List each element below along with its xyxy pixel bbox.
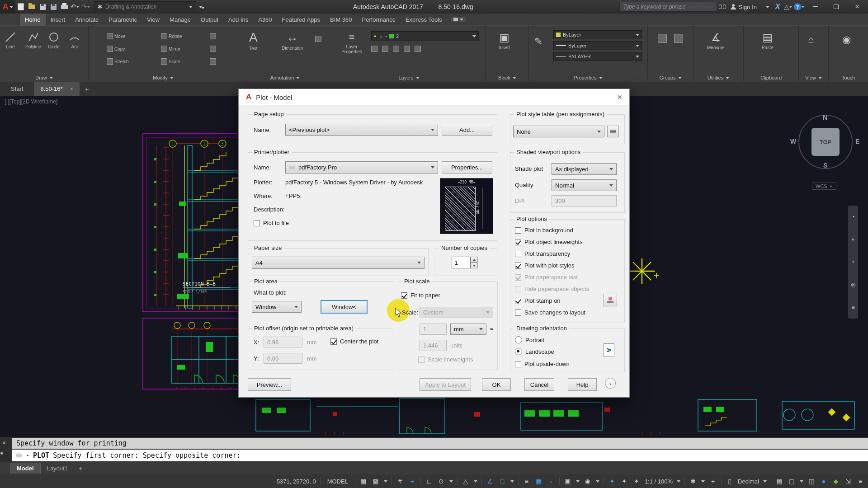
center-plot-checkbox[interactable] [330, 338, 337, 345]
offset-x-field[interactable]: 0.96 [264, 337, 302, 347]
command-close-icon[interactable]: × [2, 439, 6, 446]
layer-freeze-tool[interactable] [393, 46, 399, 52]
save-as-button[interactable] [48, 2, 59, 12]
dpi-field[interactable]: 300 [552, 195, 617, 206]
search-input[interactable]: Type a keyword or phrase [619, 2, 717, 12]
dynamic-ucs-icon[interactable]: ◉ [584, 478, 592, 485]
otrack-icon[interactable]: ∠ [486, 478, 494, 485]
new-drawing-tab-button[interactable]: + [80, 85, 94, 93]
panel-draw-label[interactable]: Draw [0, 75, 88, 80]
isolate-objects-icon[interactable]: ◫ [807, 478, 816, 485]
file-tab-drawing[interactable]: 8.50-16* × [34, 82, 79, 96]
monitor-caret-icon[interactable] [800, 480, 803, 483]
application-menu-button[interactable]: A [0, 0, 15, 14]
orbit-icon[interactable]: ◎ [851, 282, 855, 288]
fewer-options-button[interactable]: ‹ [605, 378, 616, 389]
copies-spinner[interactable]: 1 [452, 257, 478, 268]
osnap-caret-icon[interactable] [510, 480, 514, 483]
grid-display-icon[interactable]: ▩ [372, 478, 380, 485]
isodraft-icon[interactable]: △ [462, 478, 470, 485]
help-button-dialog[interactable]: Help [568, 378, 597, 391]
text-tool[interactable]: AText [249, 30, 258, 51]
insert-block-tool[interactable]: ▣Insert [499, 31, 510, 50]
dimension-tool[interactable]: ↔Dimension [282, 30, 303, 51]
ungroup-tool[interactable] [674, 34, 683, 43]
copy-tool[interactable]: Copy [107, 46, 125, 52]
open-file-button[interactable] [26, 2, 37, 12]
app-store-button[interactable]: X [772, 2, 783, 12]
grid-caret-icon[interactable] [384, 480, 387, 483]
isodraft-caret-icon[interactable] [474, 480, 477, 483]
quick-calc-icon[interactable]: ▤ [775, 478, 783, 485]
plot-paperspace-last-checkbox[interactable] [515, 274, 521, 281]
grid-icon[interactable]: ▦ [359, 478, 368, 485]
scale-tool[interactable]: Scale [161, 58, 180, 65]
ortho-icon[interactable]: ∟ [425, 478, 433, 485]
sign-in-menu[interactable]: Sign In [728, 4, 772, 10]
measure-tool[interactable]: ∡Measure [707, 31, 725, 50]
save-changes-checkbox[interactable] [515, 310, 521, 316]
tab-manage[interactable]: Manage [165, 14, 196, 26]
plot-with-plot-styles-checkbox[interactable] [515, 263, 521, 269]
annotation-visibility-icon[interactable]: ✦ [608, 478, 616, 485]
panel-layers-label[interactable]: Layers [332, 75, 486, 80]
transparency-icon[interactable]: ▦ [535, 478, 543, 485]
redo-button[interactable]: ↷ [80, 2, 91, 12]
panel-view-label[interactable]: View [799, 75, 828, 80]
array-tool[interactable] [210, 58, 216, 65]
page-setup-name-combo[interactable]: <Previous plot> [285, 124, 438, 136]
shade-plot-combo[interactable]: As displayed [552, 163, 617, 175]
viewcube-top-face[interactable]: TOP [811, 128, 840, 156]
annotation-scale-icon[interactable]: ✦ [632, 478, 641, 485]
command-input-line[interactable]: PLOT Specify first corner: Specify oppos… [12, 450, 868, 461]
panel-utilities-label[interactable]: Utilities [693, 75, 743, 80]
arc-tool[interactable]: Arc [69, 31, 80, 49]
units-icon[interactable]: ▯ [726, 478, 734, 485]
quality-combo[interactable]: Normal [552, 179, 617, 191]
add-page-setup-button[interactable]: Add... [442, 124, 492, 136]
viewcube-north[interactable]: N [823, 114, 827, 121]
workspace-status-caret-icon[interactable] [701, 480, 705, 483]
3d-osnap-caret-icon[interactable] [576, 480, 580, 483]
layer-combo[interactable]: ● ☼ ▪ 2 [371, 31, 479, 41]
sysvar-monitor-icon[interactable]: ◆ [832, 478, 840, 485]
polar-caret-icon[interactable] [449, 480, 453, 483]
plot-style-combo[interactable]: None [513, 126, 604, 137]
preview-button[interactable]: Preview... [248, 378, 291, 391]
mirror-tool[interactable]: Mirror [161, 46, 180, 52]
panel-annotation-label[interactable]: Annotation [238, 75, 332, 80]
3d-osnap-icon[interactable]: ▣ [564, 478, 572, 485]
tab-home[interactable]: Home [20, 14, 46, 26]
units-value[interactable]: Decimal [738, 478, 759, 485]
plot-in-background-checkbox[interactable] [515, 227, 521, 234]
layer-off-tool[interactable] [371, 46, 377, 52]
line-tool[interactable]: Line [5, 31, 16, 49]
clean-screen-icon[interactable]: ⇲ [844, 478, 852, 485]
leader-tool[interactable] [315, 36, 321, 42]
polar-tracking-icon[interactable]: ⊙ [437, 478, 445, 485]
plot-stamp-settings-button[interactable] [604, 294, 617, 307]
layer-properties-tool[interactable]: ≡ Layer Properties [338, 31, 366, 54]
plot-button[interactable] [59, 2, 70, 12]
lineweight-combo[interactable]: ByLayer [553, 41, 642, 50]
copies-down-button[interactable] [471, 263, 478, 268]
quick-access-options-button[interactable] [196, 2, 207, 12]
panel-modify-label[interactable]: Modify [89, 75, 238, 80]
viewcube[interactable]: N W E S TOP [798, 115, 853, 169]
viewcube-east[interactable]: E [855, 138, 859, 145]
navbar-menu-icon[interactable]: ≡ [851, 304, 854, 310]
tab-parametric[interactable]: Parametric [104, 14, 142, 26]
fillet-tool[interactable] [210, 46, 216, 52]
annotation-monitor-icon[interactable]: + [709, 478, 717, 485]
search-button[interactable] [717, 2, 728, 12]
object-color-combo[interactable]: ByLayer [553, 30, 642, 39]
units-caret-icon[interactable] [763, 480, 767, 483]
dialog-close-icon[interactable]: × [617, 92, 622, 102]
tab-a360[interactable]: A360 [253, 14, 277, 26]
layer-prev-tool[interactable] [415, 46, 421, 52]
layer-isolate-tool[interactable] [382, 46, 388, 52]
annotation-scale-value[interactable]: 1:1 / 100% [645, 478, 673, 485]
file-tab-close-icon[interactable]: × [70, 86, 73, 92]
workspace-gear-status-icon[interactable]: ✱ [689, 478, 697, 485]
close-button[interactable]: × [846, 2, 868, 12]
